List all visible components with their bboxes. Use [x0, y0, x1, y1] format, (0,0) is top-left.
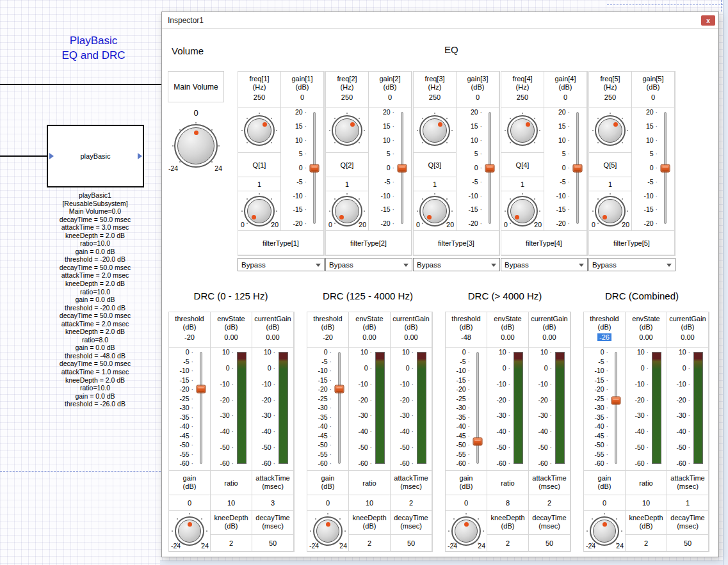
q-knob-cell: 0 20: [589, 191, 632, 231]
gain-value[interactable]: 0: [307, 495, 349, 511]
main-volume-knob[interactable]: [174, 124, 218, 168]
envstate-meter: 100-10-20-30-40-50-60: [626, 348, 667, 471]
freq-value[interactable]: 250: [238, 93, 280, 101]
kneedepth-cell: kneeDepth (dB) 2: [487, 511, 529, 552]
q-value[interactable]: 1: [414, 177, 457, 191]
gain-value[interactable]: 0: [544, 93, 586, 101]
gain-cell: gain[3] (dB) 0: [457, 72, 499, 108]
gain-slider-handle[interactable]: [661, 164, 670, 172]
q-knob[interactable]: [244, 196, 275, 227]
q-value[interactable]: 1: [238, 177, 281, 191]
slider-tick-label: -20: [380, 220, 394, 227]
drc-group: threshold (dB) -48 envState (dB) 0.00 cu…: [445, 312, 571, 552]
q-knob[interactable]: [332, 196, 362, 227]
q-value[interactable]: 1: [501, 177, 544, 191]
threshold-slider-handle[interactable]: [473, 438, 483, 446]
freq-knob[interactable]: [419, 115, 450, 146]
slider-track[interactable]: [615, 352, 617, 464]
ratio-value[interactable]: 10: [626, 495, 667, 511]
freq-knob[interactable]: [595, 115, 626, 146]
meter-tick-label: -50: [676, 444, 690, 451]
freq-value[interactable]: 250: [501, 93, 544, 101]
freq-knob[interactable]: [244, 115, 275, 146]
gain-value[interactable]: 0: [446, 495, 487, 511]
envstate-cell: envState (dB) 0.00: [487, 312, 529, 348]
gain-slider-handle[interactable]: [485, 164, 495, 172]
q-value[interactable]: 1: [589, 177, 632, 191]
freq-value[interactable]: 250: [414, 93, 456, 101]
filter-type-dropdown[interactable]: Bypass: [325, 258, 412, 271]
gain-knob[interactable]: [590, 516, 619, 546]
ratio-value[interactable]: 10: [349, 495, 391, 511]
knee-value[interactable]: 2: [626, 535, 667, 551]
meter-tick-label: 10: [499, 349, 510, 356]
q-value[interactable]: 1: [326, 177, 369, 191]
decay-value[interactable]: 50: [391, 535, 432, 551]
gain-value[interactable]: 0: [584, 495, 626, 511]
slider-tick-label: -35: [594, 414, 608, 421]
gain-value[interactable]: 0: [632, 93, 674, 101]
q-knob[interactable]: [507, 196, 538, 227]
knee-value[interactable]: 2: [211, 535, 252, 551]
knee-value[interactable]: 2: [349, 535, 390, 551]
level-meter-bar: [693, 352, 703, 464]
slider-track[interactable]: [200, 352, 202, 464]
gain-cell: gain[1] (dB) 0: [281, 72, 324, 108]
filter-type-dropdown[interactable]: Bypass: [413, 258, 500, 271]
freq-knob[interactable]: [507, 115, 538, 146]
attack-value[interactable]: 2: [391, 495, 432, 511]
knee-value[interactable]: 2: [487, 535, 528, 551]
filter-type-value: Bypass: [592, 261, 617, 269]
slider-tick-label: -10: [293, 193, 307, 200]
gain-slider-handle[interactable]: [573, 164, 583, 172]
attack-value[interactable]: 1: [667, 495, 709, 511]
gain-value[interactable]: 0: [281, 93, 323, 101]
ratio-value[interactable]: 10: [211, 495, 252, 511]
gain-value[interactable]: 0: [369, 93, 411, 101]
gain-value[interactable]: 0: [457, 93, 499, 101]
annotation-line: gain = 0.0 dB: [37, 248, 153, 256]
meter-tick-label: -20: [538, 397, 552, 404]
q-knob[interactable]: [595, 196, 626, 227]
threshold-slider-handle[interactable]: [335, 385, 344, 394]
attack-label-cell: attackTime (msec): [529, 471, 570, 495]
freq-value[interactable]: 250: [589, 93, 631, 101]
attack-value[interactable]: 3: [252, 495, 294, 511]
gain-knob[interactable]: [313, 516, 343, 546]
kneedepth-cell: kneeDepth (dB) 2: [626, 511, 667, 552]
main-volume-value[interactable]: 0: [168, 108, 224, 118]
gain-value[interactable]: 0: [169, 495, 211, 511]
slider-track[interactable]: [338, 352, 341, 464]
canvas-horizontal-scrollbar[interactable]: [160, 561, 723, 565]
threshold-value[interactable]: -48: [461, 333, 471, 341]
slider-tick-label: -40: [318, 423, 332, 430]
threshold-value[interactable]: -20: [323, 333, 333, 341]
threshold-value[interactable]: -20: [184, 333, 195, 341]
slider-track[interactable]: [476, 352, 479, 464]
gain-slider-handle[interactable]: [310, 164, 320, 172]
filter-type-dropdown[interactable]: Bypass: [238, 258, 325, 271]
decay-value[interactable]: 50: [667, 535, 708, 551]
decay-value[interactable]: 50: [529, 535, 570, 551]
threshold-slider-handle[interactable]: [197, 385, 206, 394]
decay-value[interactable]: 50: [252, 535, 293, 551]
playbasic-block[interactable]: playBasic: [47, 125, 144, 187]
ratio-value[interactable]: 8: [487, 495, 529, 511]
close-button[interactable]: x: [701, 15, 715, 26]
meter-tick-label: -60: [220, 460, 234, 467]
threshold-slider-handle[interactable]: [611, 396, 621, 404]
freq-value[interactable]: 250: [326, 93, 368, 101]
filter-type-dropdown[interactable]: Bypass: [501, 258, 588, 271]
slider-tick-label: -30: [179, 404, 193, 411]
q-knob[interactable]: [419, 196, 450, 227]
attack-value[interactable]: 2: [529, 495, 570, 511]
canvas-vertical-scrollbar[interactable]: [723, 0, 728, 565]
threshold-value[interactable]: -26: [597, 333, 611, 341]
inspector-window: Inspector1 x Volume EQ Main Volume 0 -24…: [161, 12, 719, 557]
gain-slider-handle[interactable]: [398, 164, 407, 172]
gain-knob[interactable]: [175, 516, 204, 546]
freq-knob[interactable]: [332, 115, 362, 146]
titlebar[interactable]: Inspector1 x: [162, 12, 718, 29]
gain-knob[interactable]: [451, 516, 481, 546]
filter-type-dropdown[interactable]: Bypass: [588, 258, 675, 271]
